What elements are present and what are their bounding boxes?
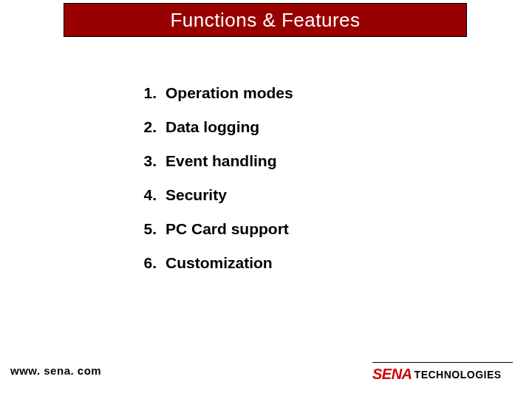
list-item: 6. Customization: [134, 254, 293, 272]
item-label: Event handling: [166, 152, 277, 170]
item-label: PC Card support: [166, 220, 289, 238]
item-number: 1.: [134, 84, 157, 102]
title-bar: Functions & Features: [64, 3, 467, 37]
list-item: 5. PC Card support: [134, 220, 293, 238]
slide-title: Functions & Features: [170, 9, 360, 32]
item-number: 2.: [134, 118, 157, 136]
item-number: 3.: [134, 152, 157, 170]
item-label: Data logging: [166, 118, 259, 136]
company-logo: SENA TECHNOLOGIES: [372, 366, 502, 383]
list-item: 3. Event handling: [134, 152, 293, 170]
item-number: 6.: [134, 254, 157, 272]
item-label: Security: [166, 186, 227, 204]
item-label: Customization: [166, 254, 273, 272]
divider: [372, 362, 513, 363]
feature-list: 1. Operation modes 2. Data logging 3. Ev…: [134, 84, 293, 288]
footer-url: www. sena. com: [10, 364, 101, 377]
list-item: 2. Data logging: [134, 118, 293, 136]
list-item: 4. Security: [134, 186, 293, 204]
footer-logo-block: SENA TECHNOLOGIES: [372, 362, 513, 383]
item-number: 5.: [134, 220, 157, 238]
logo-secondary: TECHNOLOGIES: [415, 369, 502, 381]
item-label: Operation modes: [166, 84, 293, 102]
logo-primary: SENA: [372, 366, 412, 383]
slide: Functions & Features 1. Operation modes …: [0, 0, 532, 399]
item-number: 4.: [134, 186, 157, 204]
list-item: 1. Operation modes: [134, 84, 293, 102]
